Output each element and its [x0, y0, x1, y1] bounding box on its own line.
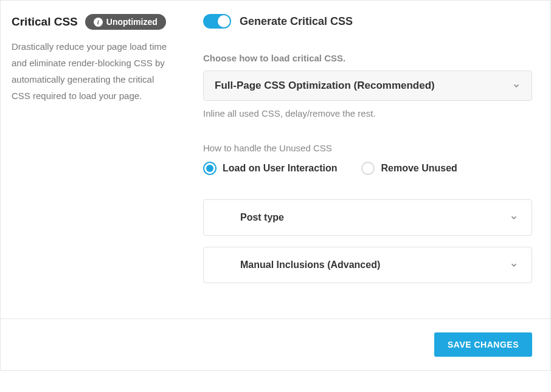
- select-current-value: Full-Page CSS Optimization (Recommended): [215, 80, 435, 92]
- chevron-down-icon: [510, 261, 518, 269]
- toggle-knob: [218, 15, 230, 27]
- section-title: Critical CSS: [12, 15, 78, 29]
- content-row: Critical CSS i Unoptimized Drastically r…: [1, 1, 550, 318]
- accordion-title: Manual Inclusions (Advanced): [217, 260, 380, 270]
- load-method-label: Choose how to load critical CSS.: [203, 53, 532, 63]
- toggle-row: Generate Critical CSS: [203, 14, 532, 29]
- accordion-post-type[interactable]: Post type: [203, 199, 532, 236]
- unused-css-radio-group: Load on User Interaction Remove Unused: [203, 162, 532, 175]
- chevron-down-icon: [512, 81, 521, 90]
- radio-label-text: Remove Unused: [381, 163, 457, 174]
- title-row: Critical CSS i Unoptimized: [12, 14, 173, 30]
- status-badge: i Unoptimized: [85, 14, 166, 30]
- info-icon: i: [94, 18, 103, 27]
- radio-remove-unused[interactable]: Remove Unused: [361, 162, 457, 175]
- right-column: Generate Critical CSS Choose how to load…: [203, 14, 532, 294]
- accordion-title: Post type: [217, 212, 284, 223]
- save-changes-button[interactable]: SAVE CHANGES: [434, 332, 532, 357]
- radio-label-text: Load on User Interaction: [223, 163, 337, 174]
- load-method-helper: Inline all used CSS, delay/remove the re…: [203, 108, 532, 119]
- toggle-label: Generate Critical CSS: [240, 15, 353, 28]
- left-column: Critical CSS i Unoptimized Drastically r…: [12, 14, 173, 294]
- section-description: Drastically reduce your page load time a…: [12, 38, 173, 104]
- load-method-select[interactable]: Full-Page CSS Optimization (Recommended): [203, 70, 532, 101]
- generate-css-toggle[interactable]: [203, 14, 231, 29]
- chevron-down-icon: [510, 213, 518, 222]
- radio-input: [203, 162, 217, 175]
- radio-load-on-interaction[interactable]: Load on User Interaction: [203, 162, 337, 175]
- accordion-manual-inclusions[interactable]: Manual Inclusions (Advanced): [203, 247, 532, 283]
- radio-input: [361, 162, 375, 175]
- settings-panel: Critical CSS i Unoptimized Drastically r…: [0, 0, 551, 371]
- badge-text: Unoptimized: [106, 17, 158, 27]
- unused-css-label: How to handle the Unused CSS: [203, 143, 532, 153]
- footer: SAVE CHANGES: [1, 318, 550, 370]
